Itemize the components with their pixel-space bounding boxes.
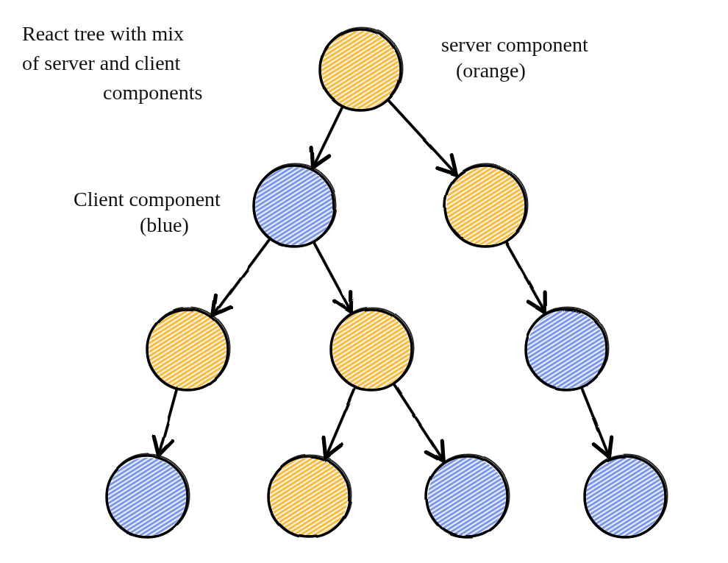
tree-edge: [582, 389, 608, 455]
tree-edge: [214, 240, 269, 314]
server-component-node: [445, 164, 528, 247]
nodes: [107, 28, 668, 538]
tree-edge: [506, 243, 544, 311]
server-component-node: [268, 455, 351, 538]
client-legend-line-2: (blue): [140, 213, 189, 236]
svg-line-11: [160, 390, 178, 453]
tree-edge: [159, 390, 176, 453]
server-legend-label: server component (orange): [441, 33, 588, 82]
svg-line-6: [315, 108, 343, 166]
svg-line-12: [327, 389, 356, 456]
svg-point-27: [332, 311, 410, 389]
svg-point-36: [270, 458, 348, 536]
svg-line-13: [395, 384, 443, 458]
tree-edge: [394, 385, 443, 459]
tree-edge: [389, 101, 455, 173]
client-component-node: [526, 308, 609, 391]
server-component-node: [320, 28, 403, 111]
svg-line-9: [315, 242, 351, 309]
diagram-title: React tree with mix of server and client…: [22, 22, 202, 104]
svg-line-10: [507, 242, 545, 310]
title-line-1: React tree with mix: [22, 22, 184, 45]
svg-point-30: [527, 311, 605, 389]
svg-point-15: [321, 31, 399, 109]
svg-point-24: [149, 311, 226, 389]
server-legend-line-1: server component: [441, 33, 588, 56]
react-tree-diagram: React tree with mix of server and client…: [0, 0, 728, 563]
server-component-node: [147, 308, 230, 391]
svg-line-8: [215, 241, 271, 314]
svg-point-39: [428, 458, 506, 536]
svg-point-33: [108, 458, 186, 536]
svg-point-18: [255, 167, 333, 245]
client-component-node: [585, 455, 668, 538]
client-legend-label: Client component (blue): [74, 188, 221, 236]
tree-edge: [326, 388, 355, 455]
server-legend-line-2: (orange): [456, 59, 526, 82]
server-component-node: [331, 308, 414, 391]
client-component-node: [254, 164, 337, 247]
title-line-2: of server and client: [22, 52, 181, 74]
client-component-node: [427, 455, 510, 538]
svg-line-7: [390, 100, 456, 172]
svg-point-42: [586, 458, 664, 536]
client-legend-line-1: Client component: [74, 188, 221, 210]
svg-point-21: [446, 167, 524, 245]
tree-edge: [314, 243, 350, 310]
title-line-3: components: [103, 81, 202, 104]
svg-line-14: [583, 388, 610, 454]
edges: [159, 100, 610, 459]
client-component-node: [107, 455, 190, 538]
tree-edge: [314, 107, 342, 166]
